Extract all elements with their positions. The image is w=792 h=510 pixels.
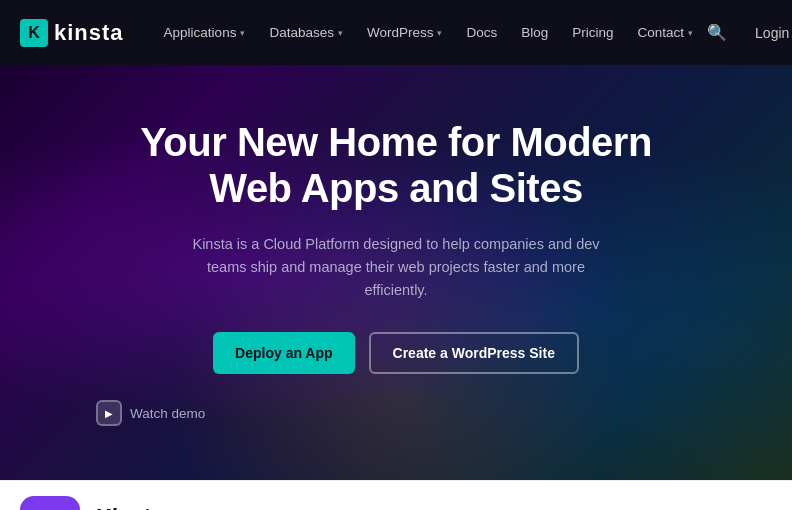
chevron-down-icon: ▾ bbox=[688, 28, 693, 38]
nav-right: 🔍 Login Sign Up bbox=[703, 9, 792, 57]
logo[interactable]: K kinsta bbox=[20, 19, 124, 47]
hero-subtitle: Kinsta is a Cloud Platform designed to h… bbox=[181, 233, 611, 303]
watch-demo-link[interactable]: ▶ Watch demo bbox=[96, 400, 696, 426]
nav-links: Applications ▾ Databases ▾ WordPress ▾ D… bbox=[154, 17, 703, 48]
hero-section: Your New Home for Modern Web Apps and Si… bbox=[0, 65, 792, 480]
nav-item-blog[interactable]: Blog bbox=[511, 17, 558, 48]
play-icon: ▶ bbox=[96, 400, 122, 426]
hero-title: Your New Home for Modern Web Apps and Si… bbox=[96, 119, 696, 211]
app-name: Kinsta bbox=[96, 504, 683, 511]
chevron-down-icon: ▾ bbox=[338, 28, 343, 38]
create-wordpress-button[interactable]: Create a WordPress Site bbox=[369, 332, 579, 374]
chevron-down-icon: ▾ bbox=[437, 28, 442, 38]
app-info: Kinsta Best Scalable Provider With Googl… bbox=[96, 504, 683, 511]
nav-item-databases[interactable]: Databases ▾ bbox=[259, 17, 353, 48]
navbar: K kinsta Applications ▾ Databases ▾ Word… bbox=[0, 0, 792, 65]
login-button[interactable]: Login bbox=[747, 21, 792, 45]
watch-demo-label: Watch demo bbox=[130, 406, 205, 421]
app-icon: K bbox=[20, 496, 80, 511]
hero-content: Your New Home for Modern Web Apps and Si… bbox=[76, 119, 716, 427]
nav-item-contact[interactable]: Contact ▾ bbox=[628, 17, 704, 48]
nav-item-wordpress[interactable]: WordPress ▾ bbox=[357, 17, 453, 48]
search-icon[interactable]: 🔍 bbox=[703, 19, 731, 46]
logo-icon: K bbox=[20, 19, 48, 47]
bottom-bar: K Kinsta Best Scalable Provider With Goo… bbox=[0, 480, 792, 510]
chevron-down-icon: ▾ bbox=[240, 28, 245, 38]
hero-buttons: Deploy an App Create a WordPress Site bbox=[96, 332, 696, 374]
nav-item-applications[interactable]: Applications ▾ bbox=[154, 17, 256, 48]
logo-text: kinsta bbox=[54, 20, 124, 46]
deploy-app-button[interactable]: Deploy an App bbox=[213, 332, 355, 374]
nav-item-pricing[interactable]: Pricing bbox=[562, 17, 623, 48]
nav-item-docs[interactable]: Docs bbox=[456, 17, 507, 48]
